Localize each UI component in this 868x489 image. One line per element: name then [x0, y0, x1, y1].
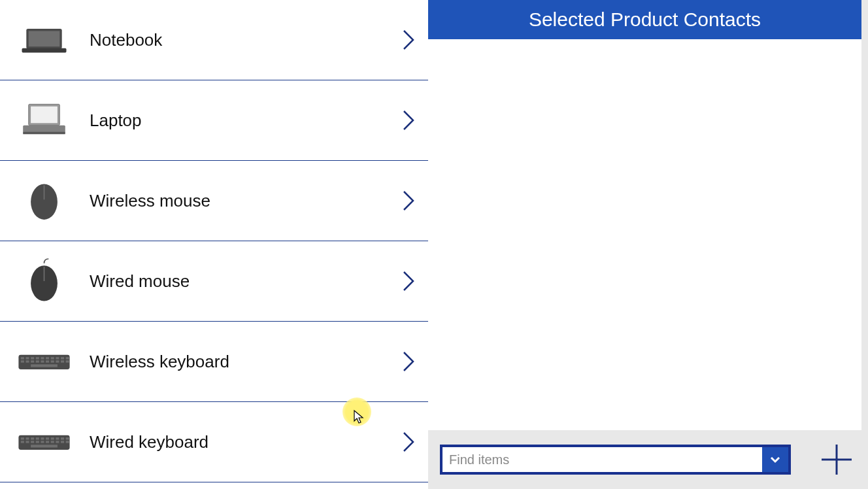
product-thumb [13, 332, 75, 391]
find-items-input[interactable] [442, 447, 762, 472]
product-label: Notebook [75, 30, 395, 50]
svg-rect-36 [31, 437, 34, 439]
svg-rect-47 [36, 441, 39, 443]
svg-rect-42 [61, 437, 64, 439]
product-thumb [13, 413, 75, 471]
svg-rect-26 [41, 360, 44, 362]
chevron-right-icon [395, 28, 422, 52]
product-row[interactable]: Wired mouse [0, 241, 428, 322]
plus-icon [819, 442, 854, 477]
svg-rect-22 [21, 360, 24, 362]
svg-rect-35 [25, 437, 29, 439]
product-label: Wireless keyboard [75, 352, 395, 372]
svg-rect-5 [23, 126, 65, 133]
contacts-body[interactable] [428, 39, 861, 430]
contacts-header: Selected Product Contacts [428, 0, 861, 39]
product-label: Laptop [75, 110, 395, 131]
svg-rect-40 [51, 437, 54, 439]
svg-rect-37 [36, 437, 39, 439]
svg-rect-53 [66, 441, 69, 443]
find-items-combo[interactable] [440, 445, 791, 475]
svg-rect-39 [46, 437, 49, 439]
svg-rect-2 [22, 48, 67, 53]
svg-rect-13 [25, 357, 29, 359]
svg-rect-52 [61, 441, 64, 443]
product-label: Wireless mouse [75, 191, 395, 211]
product-row[interactable]: Notebook [0, 0, 428, 80]
product-row[interactable]: Wireless keyboard [0, 322, 428, 402]
product-thumb [13, 10, 75, 69]
svg-rect-14 [31, 357, 34, 359]
add-button[interactable] [817, 440, 856, 479]
svg-rect-27 [46, 360, 49, 362]
svg-rect-24 [31, 360, 34, 362]
product-thumb [13, 171, 75, 230]
contacts-panel: Selected Product Contacts [428, 0, 868, 489]
svg-rect-17 [46, 357, 49, 359]
product-label: Wired keyboard [75, 432, 395, 452]
svg-rect-4 [31, 107, 58, 124]
svg-rect-54 [31, 445, 58, 447]
svg-rect-44 [21, 441, 24, 443]
product-row[interactable]: Wireless mouse [0, 161, 428, 241]
svg-rect-43 [66, 437, 69, 439]
svg-rect-29 [56, 360, 59, 362]
svg-rect-50 [51, 441, 54, 443]
product-thumb [13, 252, 75, 311]
svg-rect-31 [66, 360, 69, 362]
product-list-panel[interactable]: NotebookLaptopWireless mouseWired mouseW… [0, 0, 428, 489]
chevron-down-icon [769, 453, 782, 466]
svg-rect-21 [66, 357, 69, 359]
chevron-right-icon [395, 430, 422, 454]
svg-rect-46 [31, 441, 34, 443]
svg-rect-20 [61, 357, 64, 359]
svg-rect-32 [31, 364, 58, 367]
product-thumb [13, 91, 75, 150]
chevron-right-icon [395, 109, 422, 132]
svg-rect-15 [36, 357, 39, 359]
svg-rect-1 [29, 31, 60, 46]
svg-rect-19 [56, 357, 59, 359]
svg-rect-28 [51, 360, 54, 362]
chevron-right-icon [395, 350, 422, 373]
svg-rect-41 [56, 437, 59, 439]
svg-rect-45 [25, 441, 29, 443]
app-root: NotebookLaptopWireless mouseWired mouseW… [0, 0, 868, 489]
svg-rect-18 [51, 357, 54, 359]
svg-rect-30 [61, 360, 64, 362]
contacts-footer [428, 430, 868, 489]
svg-rect-6 [23, 132, 65, 134]
svg-rect-34 [21, 437, 24, 439]
product-row[interactable]: Wired keyboard [0, 402, 428, 482]
find-items-dropdown-button[interactable] [762, 447, 788, 472]
svg-rect-16 [41, 357, 44, 359]
svg-rect-25 [36, 360, 39, 362]
svg-rect-23 [25, 360, 29, 362]
svg-rect-38 [41, 437, 44, 439]
svg-rect-48 [41, 441, 44, 443]
chevron-right-icon [395, 189, 422, 212]
product-label: Wired mouse [75, 271, 395, 292]
svg-rect-12 [21, 357, 24, 359]
chevron-right-icon [395, 269, 422, 293]
svg-rect-51 [56, 441, 59, 443]
product-row[interactable]: Laptop [0, 80, 428, 161]
svg-rect-49 [46, 441, 49, 443]
